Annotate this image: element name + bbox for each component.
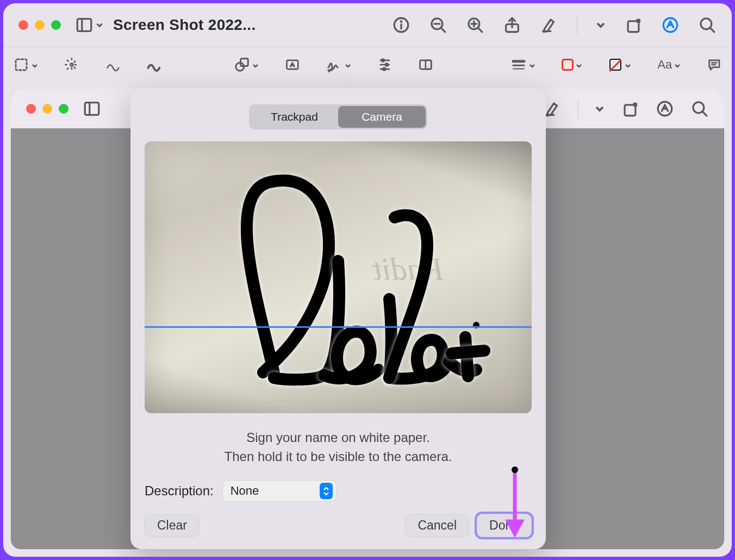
- chevron-down-icon: [674, 61, 681, 68]
- window-title: Screen Shot 2022...: [113, 16, 256, 34]
- border-color-swatch: [562, 59, 574, 71]
- chevron-down-icon: [32, 61, 38, 68]
- sketch-icon[interactable]: [105, 57, 121, 73]
- svg-line-33: [329, 69, 332, 71]
- svg-rect-18: [16, 59, 27, 70]
- annotate-icon[interactable]: [707, 57, 722, 73]
- cancel-button[interactable]: Cancel: [405, 514, 469, 537]
- info-icon[interactable]: [392, 16, 410, 34]
- bg-window-controls: [26, 104, 68, 114]
- sidebar-icon: [75, 16, 94, 34]
- border-color-tool[interactable]: [562, 59, 582, 71]
- rotate-icon[interactable]: [621, 99, 639, 118]
- search-icon[interactable]: [690, 99, 709, 118]
- signature-sheet: Trackpad Camera Radit Sign your name on …: [130, 88, 546, 549]
- hint-line-2: Then hold it to be visible to the camera…: [225, 449, 452, 464]
- svg-point-19: [71, 63, 73, 66]
- preview-window: Screen Shot 2022...: [3, 3, 732, 557]
- camera-tab[interactable]: Camera: [338, 106, 426, 128]
- description-label: Description:: [145, 483, 214, 499]
- chevron-down-icon: [96, 21, 103, 29]
- text-tool-icon[interactable]: [285, 57, 300, 73]
- search-icon[interactable]: [698, 16, 717, 34]
- instant-alpha-icon[interactable]: [64, 57, 79, 73]
- line-style-tool[interactable]: [510, 57, 535, 73]
- highlight-icon[interactable]: [543, 99, 562, 118]
- signature-icon: [326, 57, 342, 73]
- zoom-window-button[interactable]: [59, 104, 68, 114]
- draw-icon[interactable]: [146, 57, 161, 73]
- minimize-window-button[interactable]: [42, 104, 52, 114]
- select-stepper-icon: [320, 483, 333, 499]
- svg-line-17: [711, 28, 714, 32]
- captured-signature: [172, 163, 520, 397]
- adjust-color-icon[interactable]: [377, 57, 393, 73]
- sign-tool[interactable]: [326, 57, 351, 73]
- close-window-button[interactable]: [26, 104, 36, 114]
- chevron-down-icon: [576, 61, 582, 68]
- fill-color-tool[interactable]: [608, 58, 631, 72]
- minimize-window-button[interactable]: [35, 20, 45, 30]
- svg-line-9: [478, 28, 482, 32]
- selection-tool[interactable]: [13, 57, 38, 73]
- rotate-chevron-icon[interactable]: [596, 20, 606, 30]
- svg-line-6: [441, 28, 445, 32]
- highlight-icon[interactable]: [540, 16, 558, 34]
- popover-caret: [337, 74, 352, 82]
- share-icon[interactable]: [503, 16, 521, 34]
- chevron-down-icon: [625, 61, 631, 68]
- signature-hint: Sign your name on white paper. Then hold…: [145, 428, 532, 466]
- hint-line-1: Sign your name on white paper.: [246, 430, 430, 445]
- svg-point-37: [385, 63, 388, 66]
- svg-point-35: [382, 59, 384, 61]
- rotate-icon[interactable]: [624, 16, 643, 34]
- chevron-down-icon: [345, 61, 351, 68]
- svg-point-4: [401, 21, 402, 22]
- markup-toolbar: Aa: [3, 47, 732, 82]
- clear-button[interactable]: Clear: [145, 514, 200, 537]
- shapes-icon: [234, 57, 250, 73]
- sidebar-toggle[interactable]: [75, 16, 103, 34]
- toolbar-divider: [577, 16, 577, 34]
- toolbar-divider: [578, 99, 578, 118]
- close-window-button[interactable]: [18, 20, 28, 30]
- trackpad-tab[interactable]: Trackpad: [251, 106, 338, 128]
- sidebar-icon[interactable]: [83, 99, 101, 118]
- capture-mode-segment: Trackpad Camera: [249, 104, 427, 129]
- markup-icon[interactable]: [656, 99, 674, 118]
- crop-icon[interactable]: [418, 57, 433, 73]
- zoom-in-icon[interactable]: [466, 16, 484, 34]
- shapes-tool[interactable]: [234, 57, 259, 73]
- done-button[interactable]: Done: [477, 514, 532, 537]
- zoom-window-button[interactable]: [51, 20, 61, 30]
- zoom-out-icon[interactable]: [429, 16, 447, 34]
- text-format-tool[interactable]: Aa: [657, 58, 681, 72]
- markup-icon[interactable]: [661, 16, 680, 34]
- svg-line-26: [67, 67, 69, 69]
- chevron-down-icon: [529, 61, 535, 68]
- selection-icon: [13, 57, 29, 73]
- svg-line-25: [74, 67, 76, 69]
- text-format-label: Aa: [657, 58, 672, 72]
- chevron-down-icon[interactable]: [595, 104, 605, 114]
- svg-rect-0: [77, 19, 91, 32]
- svg-point-39: [383, 67, 385, 70]
- line-style-icon: [510, 57, 527, 73]
- svg-line-53: [703, 112, 707, 116]
- description-value: None: [231, 484, 259, 498]
- svg-rect-47: [85, 103, 99, 115]
- svg-line-27: [74, 60, 76, 61]
- fill-color-swatch: [608, 58, 622, 72]
- signature-baseline: [145, 326, 532, 328]
- svg-line-24: [67, 60, 69, 61]
- window-controls: [18, 20, 61, 30]
- titlebar: Screen Shot 2022...: [3, 3, 732, 47]
- camera-preview: Radit: [145, 141, 532, 413]
- svg-rect-41: [426, 60, 431, 69]
- chevron-down-icon: [252, 61, 259, 68]
- description-select[interactable]: None: [222, 480, 337, 502]
